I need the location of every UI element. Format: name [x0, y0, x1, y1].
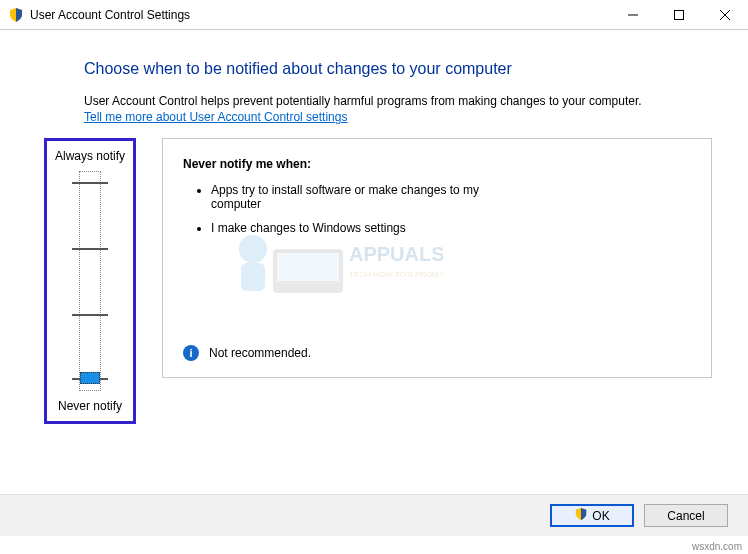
uac-shield-icon — [574, 507, 588, 524]
help-link[interactable]: Tell me more about User Account Control … — [84, 110, 347, 124]
panel-title: Never notify me when: — [183, 157, 691, 171]
ok-button[interactable]: OK — [550, 504, 634, 527]
svg-rect-6 — [273, 249, 343, 293]
close-button[interactable] — [702, 0, 748, 29]
panel-bullet: Apps try to install software or make cha… — [211, 183, 511, 211]
uac-shield-icon — [8, 7, 24, 23]
ok-button-label: OK — [592, 509, 609, 523]
slider-thumb[interactable] — [80, 372, 100, 384]
svg-text:APPUALS: APPUALS — [349, 243, 443, 265]
content-area: Choose when to be notified about changes… — [0, 30, 748, 424]
window-title: User Account Control Settings — [30, 8, 610, 22]
slider-tick — [72, 182, 108, 184]
slider-tick — [72, 314, 108, 316]
description-text: User Account Control helps prevent poten… — [84, 94, 720, 108]
svg-rect-1 — [675, 10, 684, 19]
dialog-button-bar: OK Cancel — [0, 494, 748, 536]
svg-text:TECH HOW-TO'S FROM THE EXPERTS: TECH HOW-TO'S FROM THE EXPERTS! — [349, 270, 443, 279]
details-panel: Never notify me when: Apps try to instal… — [162, 138, 712, 378]
slider-bottom-label: Never notify — [47, 399, 133, 413]
cancel-button-label: Cancel — [667, 509, 704, 523]
attribution-text: wsxdn.com — [692, 541, 742, 552]
titlebar: User Account Control Settings — [0, 0, 748, 30]
slider-top-label: Always notify — [47, 149, 133, 163]
slider-tick — [72, 248, 108, 250]
minimize-button[interactable] — [610, 0, 656, 29]
svg-point-4 — [239, 235, 267, 263]
cancel-button[interactable]: Cancel — [644, 504, 728, 527]
panel-bullet: I make changes to Windows settings — [211, 221, 511, 235]
info-icon: i — [183, 345, 199, 361]
svg-rect-5 — [241, 263, 265, 291]
recommendation-row: i Not recommended. — [183, 345, 311, 361]
recommendation-text: Not recommended. — [209, 346, 311, 360]
svg-rect-7 — [277, 253, 339, 281]
notification-slider[interactable] — [79, 171, 101, 391]
notification-slider-group: Always notify Never notify — [44, 138, 136, 424]
page-heading: Choose when to be notified about changes… — [84, 60, 720, 78]
maximize-button[interactable] — [656, 0, 702, 29]
